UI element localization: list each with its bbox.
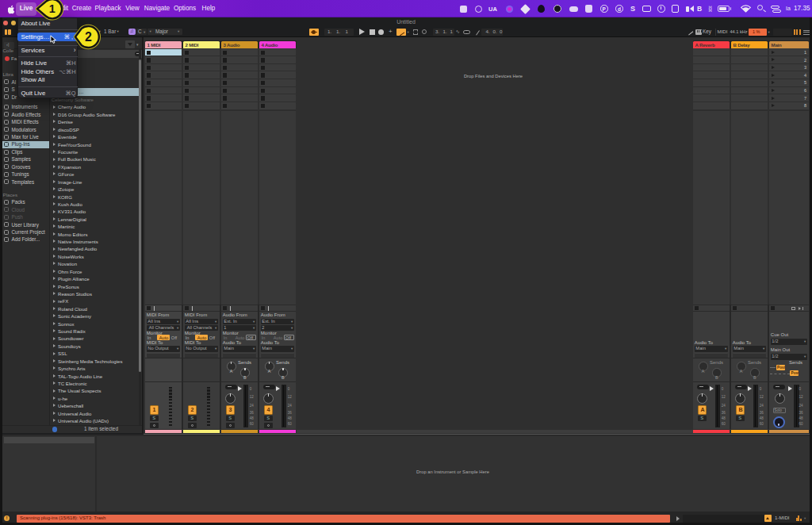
svg-text:1: 1 bbox=[48, 3, 55, 16]
svg-text:2: 2 bbox=[85, 30, 92, 44]
